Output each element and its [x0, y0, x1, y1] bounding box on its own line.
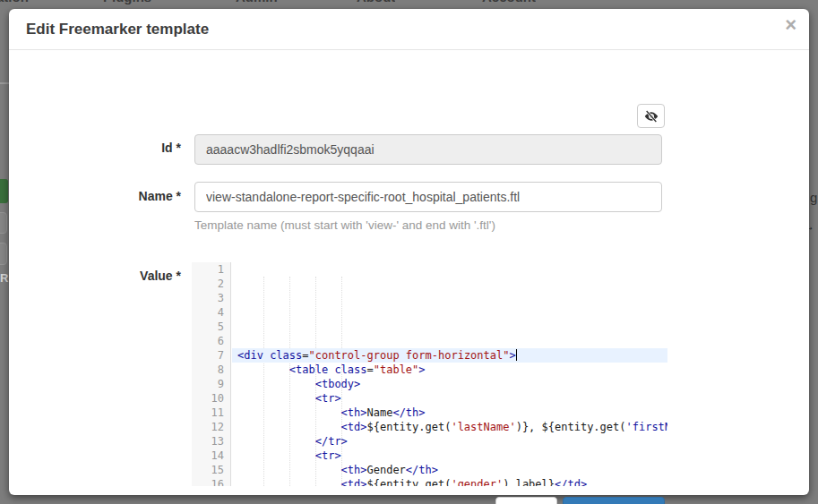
code-line[interactable]: <th>Gender</th> [232, 463, 667, 477]
modal-title: Edit Freemarker template [26, 21, 209, 38]
line-number: 4 [192, 305, 230, 320]
name-help-text: Template name (must start with 'view-' a… [194, 218, 495, 232]
code-editor[interactable]: 12345678910111213141516 <div class="cont… [192, 262, 667, 486]
backdrop-right-strip: g → [809, 0, 818, 504]
line-number: 12 [192, 420, 230, 434]
code-line[interactable]: <div class="control-group form-horizonta… [232, 348, 667, 363]
id-field[interactable] [194, 134, 662, 165]
line-number: 8 [192, 363, 230, 377]
eye-slash-icon [644, 110, 659, 123]
name-field[interactable] [194, 182, 662, 212]
id-label: Id * [27, 141, 181, 155]
line-number: 2 [192, 277, 230, 291]
line-number: 7 [192, 348, 230, 363]
value-label: Value * [27, 269, 181, 283]
name-label: Name * [27, 189, 181, 203]
text-cursor [516, 349, 518, 361]
cancel-button[interactable]: Cancel [495, 497, 557, 504]
preview-toggle-button[interactable] [637, 104, 665, 128]
code-line[interactable]: <td>${entity.get('gender').label}</td> [232, 477, 667, 486]
code-line[interactable]: </tr> [232, 434, 667, 448]
line-number-gutter: 12345678910111213141516 [192, 262, 231, 486]
edit-template-modal: Edit Freemarker template × Id * Name * T… [9, 9, 809, 495]
backdrop-green-button-fragment [0, 179, 8, 203]
line-number: 10 [192, 391, 230, 406]
nav-fragment: Admin [236, 0, 278, 9]
code-line[interactable]: <table class="table"> [232, 363, 667, 377]
code-line[interactable]: <tbody> [232, 377, 667, 391]
line-number: 15 [192, 463, 230, 477]
line-number: 11 [192, 406, 230, 420]
line-number: 13 [192, 434, 230, 448]
line-number: 1 [192, 262, 230, 277]
backdrop-text-fragment: → [809, 220, 814, 233]
backdrop-input-fragment [0, 243, 7, 265]
close-icon[interactable]: × [785, 15, 796, 35]
line-number: 3 [192, 291, 230, 305]
save-changes-button[interactable]: Save changes [563, 497, 665, 504]
code-line[interactable]: <tr> [232, 391, 667, 406]
backdrop-input-fragment [0, 212, 7, 234]
line-number: 9 [192, 377, 230, 391]
modal-header: Edit Freemarker template × [9, 9, 809, 50]
nav-fragment: About [357, 0, 395, 9]
line-number: 16 [192, 477, 230, 486]
line-number: 14 [192, 448, 230, 463]
backdrop-divider [0, 82, 9, 84]
backdrop-text-fragment: g [810, 190, 817, 205]
nav-fragment: Account [482, 0, 536, 9]
line-number: 5 [192, 320, 230, 334]
code-line[interactable]: <th>Name</th> [232, 406, 667, 420]
code-area[interactable]: <div class="control-group form-horizonta… [232, 262, 667, 486]
backdrop-left-strip: R [0, 0, 9, 504]
code-line[interactable]: <tr> [232, 448, 667, 463]
nav-fragment: Plugins [103, 0, 151, 9]
line-number: 6 [192, 334, 230, 348]
backdrop-text-fragment: R [0, 271, 8, 285]
code-line[interactable]: <td>${entity.get('lastName')}, ${entity.… [232, 420, 667, 434]
